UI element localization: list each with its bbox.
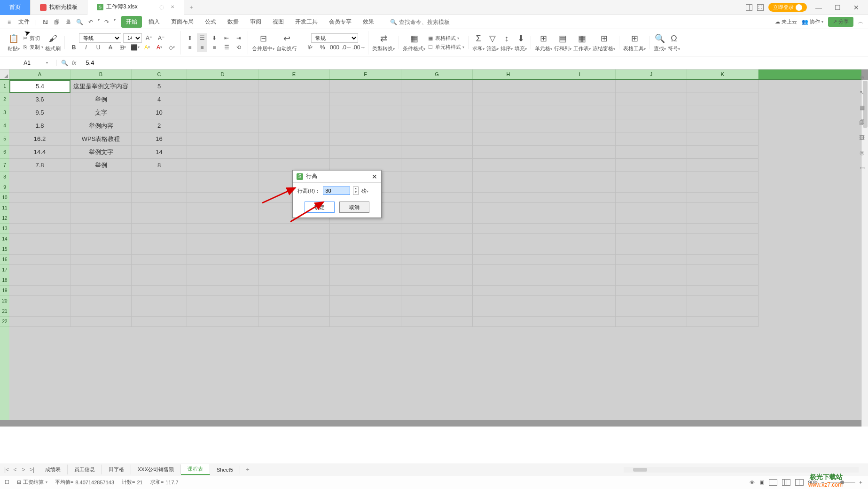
cell[interactable] [9,265,70,275]
cell[interactable] [70,265,132,275]
cell[interactable] [9,203,70,213]
cell[interactable] [687,80,759,93]
cell[interactable] [616,172,687,182]
cell[interactable] [70,255,132,265]
cell[interactable]: 9.5 [9,106,70,119]
cell[interactable] [187,317,258,327]
cancel-button[interactable]: 取消 [339,202,369,213]
ribbon-tab-review[interactable]: 审阅 [245,16,266,28]
cell[interactable] [544,224,616,234]
row-header-15[interactable]: 15 [0,244,9,255]
ribbon-tab-dev[interactable]: 开发工具 [290,16,322,28]
cell[interactable] [70,182,132,193]
cell[interactable] [132,172,187,182]
cell[interactable] [401,234,473,244]
cell[interactable] [473,255,544,265]
cell[interactable] [9,255,70,265]
cell[interactable] [616,213,687,224]
cell[interactable] [616,193,687,203]
cell[interactable]: 1.8 [9,119,70,132]
cell[interactable]: 举例文字 [70,146,132,159]
sheet-tab-1[interactable]: 员工信息 [68,465,102,474]
row-header-21[interactable]: 21 [0,306,9,317]
cell[interactable] [687,172,759,182]
ribbon-tab-layout[interactable]: 页面布局 [166,16,198,28]
cell[interactable] [187,119,258,132]
horizontal-scrollbar[interactable] [624,467,859,473]
undo-dropdown-icon[interactable]: ▾ [98,18,100,26]
cell[interactable] [401,132,473,146]
cell[interactable]: 16.2 [9,132,70,146]
cell[interactable]: 7.8 [9,159,70,172]
cell[interactable] [70,306,132,317]
cell[interactable] [687,306,759,317]
cell[interactable] [473,106,544,119]
cell[interactable] [473,80,544,93]
cell[interactable] [187,132,258,146]
cell[interactable]: 14 [132,146,187,159]
strike-button[interactable]: A̶ [105,43,116,52]
cell[interactable] [544,286,616,296]
cell[interactable] [9,234,70,244]
cell[interactable] [616,93,687,106]
cell[interactable] [473,146,544,159]
cell[interactable] [401,213,473,224]
cond-format-button[interactable]: ▦条件格式▾ [403,33,425,52]
column-header-B[interactable]: B [70,70,132,79]
cell[interactable] [687,93,759,106]
cell[interactable] [330,234,401,244]
cell[interactable] [544,146,616,159]
spinner-up[interactable]: ▲ [353,187,358,191]
cell[interactable]: 5.4 [9,80,70,93]
cell[interactable] [473,213,544,224]
cell[interactable] [258,244,330,255]
cell[interactable] [330,106,401,119]
cell[interactable] [187,286,258,296]
cell[interactable] [330,265,401,275]
status-calc[interactable]: ⊞工资结算▾ [17,479,47,486]
cell[interactable] [258,286,330,296]
cell[interactable] [9,244,70,255]
cell[interactable] [187,203,258,213]
focus-icon[interactable]: ▣ [759,479,764,485]
cell[interactable] [70,193,132,203]
cloud-button[interactable]: ☁未上云 [775,18,797,25]
fill-button[interactable]: ⬇填充▾ [515,33,527,52]
cell[interactable] [9,172,70,182]
sheet-nav-last[interactable]: >| [28,466,36,473]
wrap-button[interactable]: ↩自动换行 [276,33,297,52]
percent-icon[interactable]: % [317,43,328,52]
indent-decrease-icon[interactable]: ⇤ [221,33,232,43]
cell[interactable] [687,119,759,132]
cell[interactable] [473,132,544,146]
cell[interactable] [616,146,687,159]
cell[interactable] [544,193,616,203]
fx-icon[interactable]: fx [72,60,76,66]
print-preview-icon[interactable]: 🔍 [75,18,84,26]
ribbon-tab-start[interactable]: 开始 [121,16,142,28]
cell[interactable] [473,224,544,234]
search-input[interactable] [399,19,455,25]
font-decrease-icon[interactable]: A⁻ [156,33,166,43]
rowcol-button[interactable]: ▤行和列▾ [554,33,571,52]
view-reading-button[interactable] [795,479,804,486]
align-left-icon[interactable]: ≡ [185,43,195,52]
cell[interactable] [401,106,473,119]
column-header-J[interactable]: J [616,70,687,79]
cell[interactable] [401,296,473,306]
cell[interactable] [9,317,70,327]
cell[interactable] [616,159,687,172]
cell-style-button[interactable]: ☐单元格样式▾ [427,44,464,51]
cell[interactable] [616,317,687,327]
cell[interactable] [401,244,473,255]
cell[interactable] [616,132,687,146]
cell[interactable] [616,286,687,296]
row-header-11[interactable]: 11 [0,203,9,213]
cell[interactable] [544,296,616,306]
row-header-20[interactable]: 20 [0,296,9,306]
cell[interactable] [544,93,616,106]
search-box[interactable]: 🔍 [390,19,455,25]
decimal-increase-icon[interactable]: .00→ [354,43,364,52]
cell[interactable] [70,317,132,327]
cell[interactable] [70,213,132,224]
